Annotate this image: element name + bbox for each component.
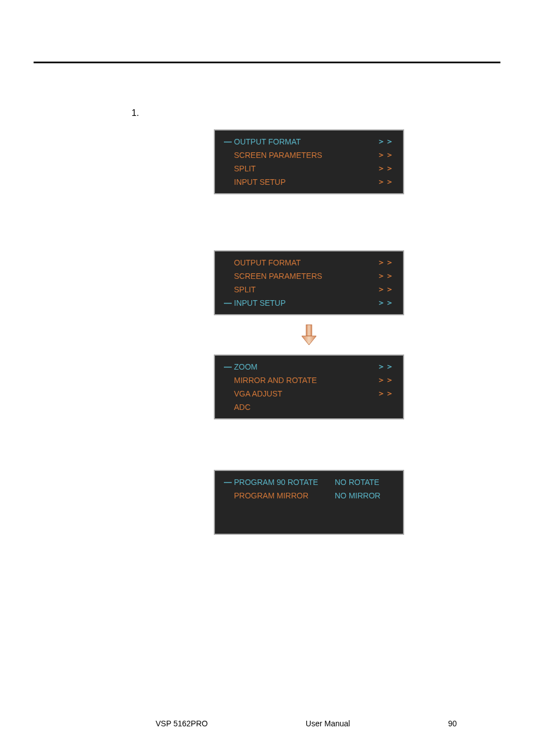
menu-arrow-icon: ＞＞: [377, 284, 394, 295]
menu-box-4: — PROGRAM 90 ROTATE NO ROTATE PROGRAM MI…: [214, 470, 404, 535]
menu-value: NO ROTATE: [335, 478, 380, 487]
down-arrow-icon: [214, 315, 404, 354]
selection-marker: —: [224, 298, 234, 307]
menu-item[interactable]: VGA ADJUST ＞＞: [224, 387, 394, 400]
menu-item[interactable]: OUTPUT FORMAT ＞＞: [224, 256, 394, 269]
menu-label: ADC: [234, 403, 394, 412]
menu-item[interactable]: — ZOOM ＞＞: [224, 360, 394, 374]
footer-product: VSP 5162PRO: [156, 719, 208, 728]
menu-label: SCREEN PARAMETERS: [234, 272, 377, 281]
menu-item[interactable]: SCREEN PARAMETERS ＞＞: [224, 269, 394, 283]
menu-arrow-icon: ＞＞: [377, 298, 394, 308]
menu-label: INPUT SETUP: [234, 298, 377, 307]
menu-box-3: — ZOOM ＞＞ MIRROR AND ROTATE ＞＞ VGA ADJUS…: [214, 354, 404, 419]
footer: VSP 5162PRO User Manual 90: [0, 719, 534, 728]
menu-item[interactable]: — INPUT SETUP ＞＞: [224, 296, 394, 310]
menu-label: OUTPUT FORMAT: [234, 258, 377, 267]
menu-arrow-icon: ＞＞: [377, 258, 394, 268]
menu-arrow-icon: ＞＞: [377, 150, 394, 160]
selection-marker: —: [224, 478, 234, 487]
menu-label: OUTPUT FORMAT: [234, 137, 377, 146]
menu-label: PROGRAM MIRROR: [234, 491, 335, 500]
menu-item[interactable]: MIRROR AND ROTATE ＞＞: [224, 374, 394, 387]
menu-label: SPLIT: [234, 164, 377, 173]
selection-marker: —: [224, 362, 234, 371]
menu-label: SCREEN PARAMETERS: [234, 151, 377, 160]
horizontal-rule: [34, 62, 500, 63]
menu-box-2: OUTPUT FORMAT ＞＞ SCREEN PARAMETERS ＞＞ SP…: [214, 250, 404, 315]
menu-item[interactable]: SPLIT ＞＞: [224, 162, 394, 175]
menu-item[interactable]: INPUT SETUP ＞＞: [224, 175, 394, 189]
menu-item[interactable]: PROGRAM MIRROR NO MIRROR: [224, 489, 394, 502]
svg-marker-1: [302, 336, 316, 345]
menu-arrow-icon: ＞＞: [377, 375, 394, 385]
menu-arrow-icon: ＞＞: [377, 137, 394, 147]
menu-arrow-icon: ＞＞: [377, 177, 394, 187]
menu-item[interactable]: SPLIT ＞＞: [224, 283, 394, 296]
menu-label: PROGRAM 90 ROTATE: [234, 478, 335, 487]
menu-arrow-icon: ＞＞: [377, 362, 394, 372]
menu-item[interactable]: — PROGRAM 90 ROTATE NO ROTATE: [224, 475, 394, 489]
menu-value: NO MIRROR: [335, 491, 381, 500]
menu-arrow-icon: ＞＞: [377, 389, 394, 399]
menu-arrow-icon: ＞＞: [377, 271, 394, 281]
menu-item-empty: [224, 516, 394, 529]
menu-item[interactable]: ADC: [224, 400, 394, 414]
menu-box-1: — OUTPUT FORMAT ＞＞ SCREEN PARAMETERS ＞＞ …: [214, 129, 404, 194]
list-number: 1.: [132, 108, 139, 118]
footer-doc-type: User Manual: [306, 719, 350, 728]
menu-label: VGA ADJUST: [234, 389, 377, 398]
menu-arrow-icon: ＞＞: [377, 164, 394, 174]
svg-rect-0: [306, 325, 312, 336]
menu-item[interactable]: — OUTPUT FORMAT ＞＞: [224, 135, 394, 148]
menu-item[interactable]: SCREEN PARAMETERS ＞＞: [224, 148, 394, 162]
selection-marker: —: [224, 137, 234, 146]
menu-label: ZOOM: [234, 362, 377, 371]
menu-label: SPLIT: [234, 285, 377, 294]
menu-label: INPUT SETUP: [234, 178, 377, 186]
menu-item-empty: [224, 502, 394, 516]
footer-page-number: 90: [448, 719, 457, 728]
menu-label: MIRROR AND ROTATE: [234, 376, 377, 385]
